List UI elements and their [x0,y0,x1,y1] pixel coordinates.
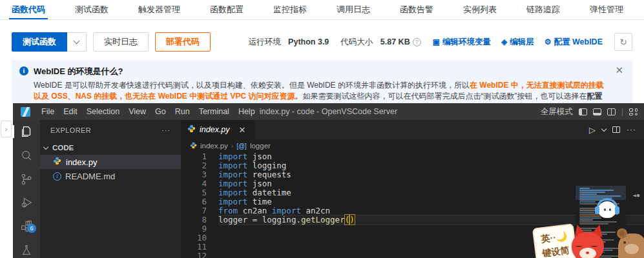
nav-tab[interactable]: 实例列表 [463,0,497,19]
run-debug-icon[interactable] [13,195,40,210]
ide-menubar: FileEditSelectionViewGoRunTerminalHelp [37,107,260,116]
source-control-icon[interactable] [13,172,40,187]
help-icon[interactable]: ? [413,38,421,46]
code-size-info: 代码大小 5.87 KB ? [340,37,421,48]
extensions-icon[interactable]: 6 [13,219,40,234]
split-editor-icon[interactable] [607,108,616,115]
code-line-3[interactable]: import requests [218,170,644,179]
layers-icon: ◈ [501,37,507,46]
menu-terminal[interactable]: Terminal [194,107,234,116]
menu-help[interactable]: Help [234,107,260,116]
banner-title: i WebIDE 的环境是什么? [34,66,610,77]
breadcrumb[interactable]: index.py › [@] logger [181,139,644,152]
realtime-logs-button[interactable]: 实时日志 [93,32,149,52]
minimap-marker-icon: ◄▪ [632,191,640,200]
file-item-index.py[interactable]: index.py [40,155,181,169]
gear-icon: ⚙ [545,37,552,46]
code-editor[interactable]: 12345678910111213 import jsonimport logg… [181,152,644,258]
code-line-2[interactable]: import logging [218,161,644,170]
editor-actions: ▷ ··· [589,120,644,139]
webide-window: FileEditSelectionViewGoRunTerminalHelp i… [13,103,644,258]
explorer-sidebar: EXPLORER ··· CODE index.pyiREADME.md [40,120,181,258]
divider: | [621,107,623,116]
chevron-right-icon: › [231,143,233,150]
menu-edit[interactable]: Edit [59,107,82,116]
code-line-1[interactable]: import json [218,152,644,161]
fullscreen-mode-button[interactable]: 全屏模式 [541,106,573,117]
search-icon[interactable] [13,148,40,163]
toolbar-links: ▣编辑环境变量◈编辑层⚙配置 WebIDE [433,37,603,48]
collapsed-panel-gutter: › [0,103,13,258]
nav-tab[interactable]: 触发器管理 [138,0,180,19]
info-icon: i [19,66,28,75]
editor-tab-bar: index.py ✕ ▷ ··· [181,120,644,139]
ide-titlebar: FileEditSelectionViewGoRunTerminalHelp i… [13,103,644,120]
info-icon: i [53,172,61,181]
menu-selection[interactable]: Selection [82,107,124,116]
editor-tab-indexpy[interactable]: index.py ✕ [181,120,256,139]
configure-webide-link[interactable]: ⚙配置 WebIDE [545,37,603,48]
minimap[interactable] [576,186,626,258]
openvscode-logo-icon [21,107,30,117]
toggle-sidebar-icon[interactable] [579,108,587,115]
page: 函数代码测试函数触发器管理函数配置监控指标调用日志函数告警实例列表链路追踪弹性管… [0,0,644,258]
test-function-button[interactable]: 测试函数 [12,32,67,52]
toolbar-link[interactable]: ▣编辑环境变量 [433,37,491,48]
expand-panel-button[interactable]: › [1,121,12,137]
console-nav-tabs: 函数代码测试函数触发器管理函数配置监控指标调用日志函数告警实例列表链路追踪弹性管… [0,0,644,20]
chevron-down-icon [74,38,80,45]
menu-go[interactable]: Go [151,107,171,116]
toggle-panel-icon[interactable] [593,108,601,115]
test-function-dropdown[interactable] [67,32,87,52]
close-icon[interactable]: ✕ [615,65,623,75]
nav-tab[interactable]: 链路追踪 [526,0,560,19]
more-actions-icon[interactable]: ··· [161,126,171,134]
run-dropdown-icon[interactable] [601,126,607,132]
deploy-code-button[interactable]: 部署代码 [155,32,211,52]
nav-tab[interactable]: 调用日志 [337,0,370,19]
runtime-info: 运行环境 Python 3.9 [249,37,329,48]
python-icon [53,157,62,167]
editor-group: index.py ✕ ▷ ··· [181,120,644,258]
toolbar-link[interactable]: ◈编辑层 [501,37,534,48]
env-var-icon: ▣ [433,37,440,46]
explorer-icon[interactable] [13,124,40,139]
nav-tab[interactable]: 测试函数 [75,0,109,19]
toolbar-meta: 运行环境 Python 3.9 代码大小 5.87 KB ? ▣编辑环境变量◈编… [249,33,632,51]
file-item-README.md[interactable]: iREADME.md [40,169,181,183]
menu-view[interactable]: View [124,107,151,116]
more-actions-icon[interactable]: ··· [627,125,636,134]
explorer-header: EXPLORER ··· [40,120,181,141]
testing-icon[interactable] [13,243,40,258]
extensions-badge: 6 [27,224,36,233]
menu-run[interactable]: Run [171,107,194,116]
split-editor-icon[interactable] [612,126,620,133]
nav-tab[interactable]: 函数代码 [12,0,45,19]
nav-tab[interactable]: 监控指标 [273,0,307,19]
folder-code[interactable]: CODE [40,141,181,155]
activity-bar: 6 [13,120,40,258]
nav-tab[interactable]: 函数告警 [400,0,433,19]
symbol-variable-icon: [@] [236,143,247,150]
python-icon [187,124,196,135]
line-numbers: 12345678910111213 [181,152,207,258]
close-tab-icon[interactable]: ✕ [239,125,246,135]
ide-zone: › FileEditSelectionViewGoRunTerminalHelp… [0,103,644,258]
chevron-down-icon [43,144,48,150]
support-chatbot-icon[interactable] [595,199,619,221]
menu-file[interactable]: File [37,107,59,116]
python-icon [190,142,197,150]
nav-tab[interactable]: 函数配置 [210,0,244,19]
nav-tab[interactable]: 弹性管理 [590,0,623,19]
file-tree: index.pyiREADME.md [40,155,181,183]
customize-layout-icon[interactable] [629,108,638,115]
refresh-button[interactable]: ↻ [614,33,632,51]
function-toolbar: 测试函数 实时日志 部署代码 运行环境 Python 3.9 代码大小 5.87… [0,32,644,52]
run-python-file-icon[interactable]: ▷ [589,125,596,135]
minimap-slider[interactable] [576,186,626,200]
